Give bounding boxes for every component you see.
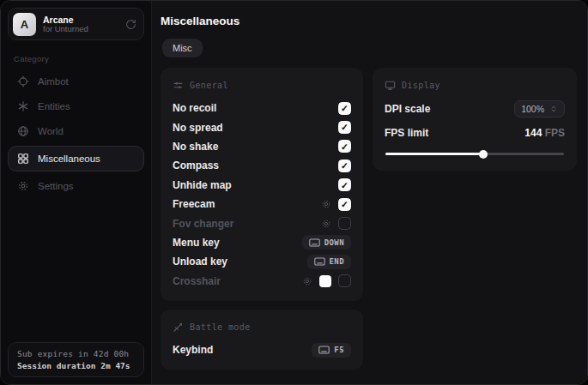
dpi-scale-select[interactable]: 100% (514, 100, 565, 117)
display-panel: Display DPI scale 100% (373, 68, 577, 171)
key-value: END (330, 257, 344, 266)
setting-label: No shake (173, 141, 218, 153)
setting-label: No recoil (173, 102, 216, 114)
setting-row-compass: Compass (173, 156, 351, 175)
setting-row-keybind: Keybind F5 (173, 340, 351, 359)
unhide-map-checkbox[interactable] (338, 178, 351, 191)
setting-row-unload-key: Unload key END (173, 252, 351, 271)
sidebar-item-settings[interactable]: Settings (8, 174, 144, 198)
crosshair-checkbox[interactable] (338, 274, 351, 287)
grid-icon (17, 153, 29, 165)
sliders-icon (173, 80, 184, 91)
dpi-scale-value: 100% (521, 104, 544, 114)
left-column: General No recoil No spread No shake (161, 68, 363, 370)
brand-subtitle: for Unturned (43, 25, 118, 34)
setting-label: Unhide map (173, 179, 232, 191)
no-spread-checkbox[interactable] (338, 121, 351, 134)
slider-thumb[interactable] (479, 150, 488, 159)
refresh-icon[interactable] (125, 19, 136, 30)
fps-limit-label: FPS limit (385, 127, 428, 139)
avatar: A (13, 13, 36, 36)
sub-expiry-text: Sub expires in 42d 00h (17, 349, 135, 358)
compass-checkbox[interactable] (338, 159, 351, 172)
fps-limit-row: FPS limit 144 FPS (385, 123, 565, 143)
unload-key-button[interactable]: END (307, 255, 351, 269)
key-value: F5 (334, 346, 344, 354)
sidebar-item-world[interactable]: World (8, 119, 144, 143)
setting-row-no-recoil: No recoil (173, 99, 351, 117)
dpi-scale-label: DPI scale (385, 103, 430, 115)
globe-icon (17, 125, 29, 137)
keyboard-icon (309, 238, 320, 247)
battle-mode-panel: Battle mode Keybind F5 (161, 310, 363, 370)
crosshair-settings-gear-icon[interactable] (302, 276, 312, 286)
general-panel: General No recoil No spread No shake (161, 68, 363, 301)
sidebar-item-label: Settings (38, 181, 74, 191)
setting-label: No spread (173, 122, 223, 134)
keyboard-icon (314, 257, 325, 266)
fov-changer-checkbox[interactable] (338, 217, 351, 230)
setting-label: Unload key (173, 256, 227, 268)
setting-row-unhide-map: Unhide map (173, 176, 351, 195)
no-recoil-checkbox[interactable] (338, 102, 351, 115)
sidebar-item-label: World (38, 126, 64, 136)
setting-row-no-shake: No shake (173, 137, 351, 156)
setting-label: Menu key (173, 237, 220, 249)
no-shake-checkbox[interactable] (338, 140, 351, 153)
setting-row-fov-changer: Fov changer (173, 214, 351, 232)
app-window: A Arcane for Unturned Category Aimbot (0, 0, 588, 385)
setting-row-menu-key: Menu key DOWN (173, 233, 351, 252)
setting-label: Keybind (173, 344, 213, 356)
sidebar-item-label: Entities (38, 101, 70, 111)
setting-row-freecam: Freecam (173, 195, 351, 214)
display-panel-title: Display (402, 81, 440, 90)
menu-key-button[interactable]: DOWN (302, 235, 351, 250)
dpi-scale-row: DPI scale 100% (385, 99, 565, 119)
crosshair-icon (17, 75, 29, 87)
monitor-icon (385, 80, 396, 91)
right-column: Display DPI scale 100% (373, 68, 577, 171)
brand-name: Arcane (43, 15, 118, 25)
tab-bar: Misc (162, 39, 577, 57)
slider-fill (385, 153, 483, 155)
sidebar-item-entities[interactable]: Entities (8, 94, 144, 118)
sidebar-item-label: Aimbot (38, 76, 69, 87)
setting-row-no-spread: No spread (173, 117, 351, 136)
sidebar-item-miscellaneous[interactable]: Miscellaneous (8, 146, 144, 171)
fov-changer-settings-gear-icon[interactable] (321, 219, 331, 229)
brand-card: A Arcane for Unturned (8, 8, 144, 40)
sidebar-item-label: Miscellaneous (38, 153, 100, 164)
subscription-info-card: Sub expires in 42d 00h Session duration … (8, 342, 144, 377)
brand-text: Arcane for Unturned (43, 15, 118, 34)
tab-misc[interactable]: Misc (162, 39, 203, 57)
fps-limit-slider[interactable] (385, 148, 564, 159)
page-title: Miscellaneous (161, 15, 577, 27)
main-content: Miscellaneous Misc General (152, 1, 588, 384)
display-panel-header: Display (385, 80, 565, 91)
freecam-checkbox[interactable] (338, 198, 351, 211)
setting-label: Compass (173, 159, 219, 171)
sidebar: A Arcane for Unturned Category Aimbot (1, 1, 152, 384)
key-value: DOWN (324, 238, 344, 247)
setting-label: Fov changer (173, 218, 233, 230)
gear-icon (17, 180, 29, 192)
battle-mode-panel-header: Battle mode (173, 322, 351, 333)
keyboard-icon (318, 346, 330, 354)
setting-row-crosshair: Crosshair (173, 272, 351, 291)
battle-keybind-button[interactable]: F5 (312, 343, 351, 358)
general-panel-title: General (190, 81, 228, 90)
general-panel-header: General (173, 80, 351, 91)
panel-columns: General No recoil No spread No shake (161, 68, 577, 370)
category-label: Category (14, 54, 138, 63)
freecam-settings-gear-icon[interactable] (321, 199, 331, 209)
fps-limit-value: 144 FPS (524, 127, 565, 139)
setting-label: Crosshair (173, 275, 221, 287)
setting-label: Freecam (173, 198, 215, 210)
session-duration-text: Session duration 2m 47s (17, 361, 135, 370)
crosshair-color-swatch[interactable] (319, 275, 331, 287)
unfold-chevrons-icon (549, 105, 558, 113)
sidebar-item-aimbot[interactable]: Aimbot (8, 69, 144, 93)
battle-mode-panel-title: Battle mode (190, 322, 251, 332)
sword-icon (173, 322, 184, 333)
entities-icon (17, 100, 29, 112)
